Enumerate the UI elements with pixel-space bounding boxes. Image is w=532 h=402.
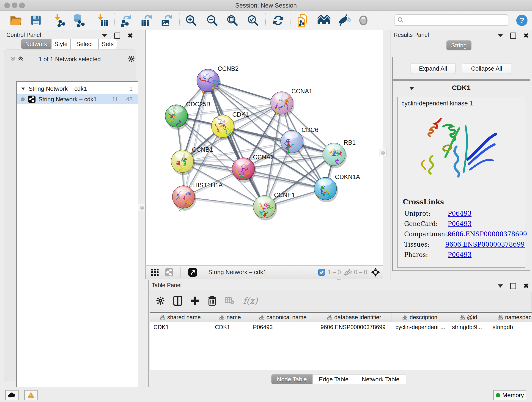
network-list: String Network – cdk1 1 String Network –…	[16, 81, 138, 401]
save-session-button[interactable]	[28, 13, 44, 28]
create-column-button[interactable]	[188, 294, 202, 308]
tab-string[interactable]: String	[446, 40, 472, 51]
network-node-CCNA2[interactable]	[232, 158, 256, 183]
open-session-button[interactable]	[8, 13, 24, 28]
panel-close-icon[interactable]: ✖	[524, 33, 529, 38]
panel-float-icon[interactable]	[510, 283, 516, 289]
table-cell[interactable]: stringdb:9...	[448, 322, 489, 332]
export-image-button[interactable]	[159, 13, 175, 28]
gene-section-header[interactable]: CDK1	[393, 81, 530, 96]
show-all-button[interactable]	[355, 13, 371, 28]
network-tree-parent-row[interactable]: String Network – cdk1 1	[17, 84, 138, 94]
search-icon	[397, 16, 405, 24]
crosslink-link[interactable]: P06493	[448, 210, 472, 217]
share-network-icon[interactable]	[165, 268, 173, 277]
table-cell[interactable]: P06493	[249, 322, 317, 332]
duplicate-network-button[interactable]	[295, 13, 311, 28]
export-network-button[interactable]	[119, 13, 134, 28]
panel-close-icon[interactable]: ✖	[128, 33, 133, 38]
refresh-view-button[interactable]	[270, 13, 286, 28]
search-bar	[394, 14, 508, 26]
grid-view-icon[interactable]	[151, 268, 159, 276]
network-view-toolbar: String Network – cdk1 1 – 0 0 – 0	[146, 265, 383, 279]
panel-close-icon[interactable]: ✖	[524, 283, 529, 288]
network-node-CCNA1[interactable]	[271, 92, 294, 117]
table-cell[interactable]: 9606.ENSP00000378699	[317, 322, 392, 332]
tab-network-table[interactable]: Network Table	[355, 374, 406, 384]
table-cell[interactable]: CDK1	[150, 322, 211, 332]
panel-collapse-icon[interactable]	[498, 284, 503, 288]
node-label-CCNB1: CCNB1	[192, 146, 213, 153]
birdseye-view-icon[interactable]	[188, 268, 197, 277]
panel-collapse-icon[interactable]	[498, 34, 503, 37]
tab-select[interactable]: Select	[70, 39, 99, 49]
collapse-all-button[interactable]: Collapse All	[462, 63, 511, 74]
show-columns-button[interactable]	[171, 294, 185, 308]
first-neighbors-button[interactable]	[316, 13, 332, 28]
import-table-from-file-button[interactable]	[94, 13, 110, 28]
panel-collapse-icon[interactable]	[102, 34, 107, 37]
network-canvas[interactable]: CCNB2CCNA1CDC25BCDK1CDC6RB1CCNB1CCNA2CDK…	[146, 30, 383, 265]
zoom-selected-button[interactable]	[245, 13, 261, 28]
network-options-gear-icon[interactable]	[127, 55, 135, 63]
delete-table-button	[222, 294, 237, 308]
tab-node-table[interactable]: Node Table	[271, 374, 312, 384]
tab-edge-table[interactable]: Edge Table	[312, 374, 355, 384]
column-header-database-identifier[interactable]: database identifier	[317, 313, 392, 322]
table-cell[interactable]: stringdb	[489, 322, 532, 332]
expand-all-button[interactable]: Expand All	[411, 63, 456, 74]
expand-all-networks-icon[interactable]	[9, 55, 16, 62]
tab-sets[interactable]: Sets	[99, 39, 117, 49]
status-bar: Memory	[0, 387, 532, 402]
column-header-namespace[interactable]: namespace	[489, 313, 532, 322]
zoom-in-button[interactable]	[183, 13, 199, 28]
cloud-icon	[7, 392, 16, 398]
search-input[interactable]	[406, 17, 508, 24]
help-button[interactable]: ?	[514, 13, 530, 28]
crosslink-link[interactable]: 9606.ENSP00000378699	[448, 230, 527, 238]
toolbar-separator	[114, 13, 114, 27]
tab-style[interactable]: Style	[51, 39, 70, 49]
network-node-CDKN1A[interactable]	[314, 177, 338, 202]
column-header-description[interactable]: description	[392, 313, 448, 322]
network-tree-child-row[interactable]: String Network – cdk1 11 48	[17, 94, 138, 104]
splitter-handle-left[interactable]	[138, 204, 146, 211]
panel-float-icon[interactable]	[114, 32, 120, 39]
column-header-shared-name[interactable]: shared name	[150, 313, 211, 322]
column-header--id[interactable]: @id	[448, 313, 489, 322]
export-table-button[interactable]	[139, 13, 154, 28]
column-type-icon	[460, 315, 465, 320]
memory-button[interactable]: Memory	[493, 390, 526, 400]
selected-nodes-checkbox[interactable]	[318, 269, 325, 276]
table-cell[interactable]: cyclin-dependent ...	[392, 322, 448, 332]
zoom-fit-button[interactable]	[225, 13, 240, 28]
collapse-all-networks-icon[interactable]	[17, 55, 24, 62]
tree-expander-icon[interactable]	[21, 87, 25, 90]
column-header-name[interactable]: name	[211, 313, 249, 322]
node-label-CCNA2: CCNA2	[253, 154, 274, 161]
crosslink-link[interactable]: 9606.ENSP00000378699	[445, 241, 525, 248]
hide-selected-button[interactable]	[336, 13, 351, 28]
table-settings-gear-button[interactable]	[153, 294, 167, 308]
tab-network[interactable]: Network	[21, 39, 51, 49]
cloud-button[interactable]	[5, 390, 19, 400]
panel-float-icon[interactable]	[510, 32, 516, 39]
crosshair-icon[interactable]	[371, 268, 380, 277]
crosslink-link[interactable]: P06493	[448, 220, 472, 227]
node-label-CCNE1: CCNE1	[274, 191, 295, 198]
delete-column-button[interactable]	[205, 294, 219, 308]
column-header-canonical-name[interactable]: canonical name	[249, 313, 317, 322]
import-network-from-database-button[interactable]	[70, 13, 86, 28]
network-node-RB1[interactable]	[323, 143, 347, 168]
column-type-icon	[403, 315, 407, 320]
zoom-out-button[interactable]	[204, 13, 220, 28]
splitter-handle-right[interactable]	[379, 149, 386, 156]
crosslink-link[interactable]: P06493	[448, 251, 472, 258]
column-type-icon	[160, 315, 165, 320]
import-network-from-file-button[interactable]	[51, 13, 67, 28]
warning-button[interactable]	[24, 390, 38, 400]
network-node-HIST1H1A[interactable]	[172, 186, 196, 212]
table-cell[interactable]: CDK1	[211, 322, 249, 332]
network-collection-label: String Network – cdk1	[29, 85, 129, 92]
table-row[interactable]: CDK1CDK1P064939606.ENSP00000378699cyclin…	[150, 322, 532, 332]
